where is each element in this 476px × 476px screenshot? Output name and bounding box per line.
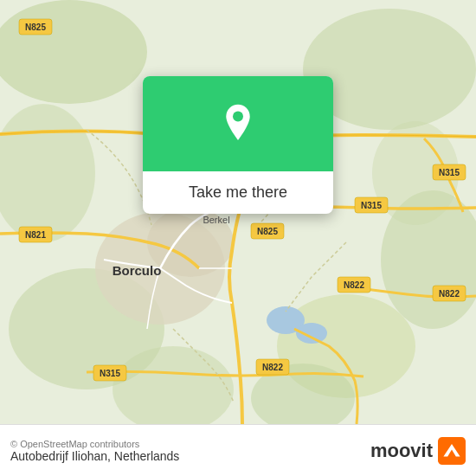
business-name: Autobedrijf Iliohan, Netherlands [10,449,179,463]
svg-text:N822: N822 [262,363,283,372]
moovit-logo: moovit [370,437,466,465]
attribution-text: © OpenStreetMap contributors [10,439,179,449]
moovit-text: moovit [370,440,433,462]
svg-text:N822: N822 [344,280,364,290]
svg-rect-37 [438,437,466,465]
svg-text:N825: N825 [257,227,278,236]
bottom-bar-left: © OpenStreetMap contributors Autobedrijf… [10,439,179,463]
location-pin-icon [217,103,259,145]
svg-text:N821: N821 [25,230,46,240]
svg-text:N825: N825 [25,23,46,32]
svg-text:N315: N315 [100,369,120,378]
svg-point-36 [233,111,243,121]
svg-text:N315: N315 [439,168,460,177]
popup-card[interactable]: Take me there [143,76,333,214]
moovit-icon [438,437,466,465]
map-container: N825 N825 N825 N315 N315 N821 N315 N822 … [0,0,476,424]
popup-header [143,76,333,171]
svg-text:N822: N822 [439,289,460,299]
svg-text:N315: N315 [361,201,382,210]
svg-text:Berkel: Berkel [203,215,229,225]
bottom-bar: © OpenStreetMap contributors Autobedrijf… [0,424,476,476]
take-me-there-button[interactable]: Take me there [143,171,333,214]
svg-text:Borculo: Borculo [113,263,162,278]
